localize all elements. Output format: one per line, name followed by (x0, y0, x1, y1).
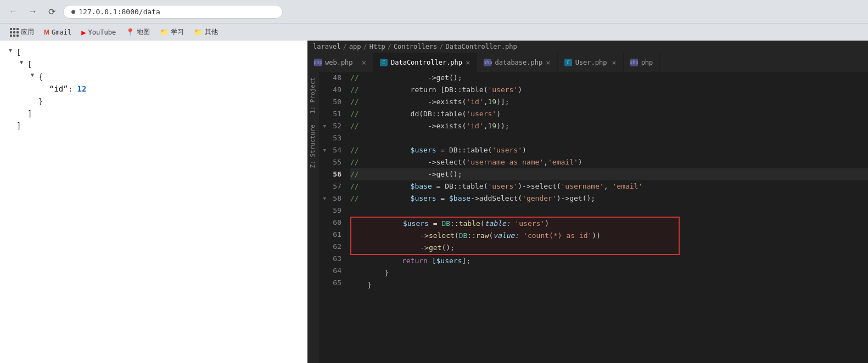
json-line: ] (9, 120, 299, 132)
code-line-55: // ->select('username as name','email') (350, 156, 868, 168)
line-number: 65 (323, 277, 341, 289)
breadcrumb: laravel / app / Http / Controllers / Dat… (307, 41, 868, 53)
tab-web-php[interactable]: php web.php × (307, 53, 373, 72)
bookmark-map[interactable]: 📍 地图 (121, 26, 154, 38)
line-number: ▼54 (323, 144, 341, 156)
line-number: 56 (323, 168, 341, 180)
code-line-65: } (350, 279, 868, 291)
code-line-64: } (350, 267, 868, 279)
code-line-53 (350, 132, 868, 144)
code-line-51: // dd(DB::table('users') (350, 108, 868, 120)
line-number: 50 (323, 96, 341, 108)
code-line-61: -> select ( DB :: raw ( value: 'count(*)… (351, 230, 679, 242)
bookmark-apps[interactable]: 应用 (5, 26, 38, 38)
main-layout: [ [ { “id” : 12 } ] ] (0, 41, 868, 363)
line-number: 64 (323, 265, 341, 277)
tab-partial[interactable]: php php (624, 53, 660, 72)
code-line-57: // $base = DB::table('users')->select('u… (350, 180, 868, 192)
line-number: 61 (323, 229, 341, 241)
bookmark-gmail-label: Gmail (52, 29, 71, 36)
json-line: ] (9, 107, 299, 120)
triangle-spacer (20, 107, 27, 116)
bookmark-gmail[interactable]: M Gmail (40, 27, 76, 37)
code-line-62: -> get (); (351, 242, 679, 254)
line-number: 63 (323, 253, 341, 265)
bookmarks-bar: 应用 M Gmail ▶ YouTube 📍 地图 📁 学习 📁 其他 (0, 23, 868, 41)
code-line-54: // $users = DB::table('users') (350, 144, 868, 156)
line-number: 55 (323, 156, 341, 168)
line-number: 57 (323, 180, 341, 192)
bookmark-youtube[interactable]: ▶ YouTube (77, 27, 120, 38)
tab-icon-php: php (314, 59, 322, 66)
json-line: { (9, 71, 299, 83)
code-area[interactable]: // ->get(); // return [DB::table('users'… (346, 72, 868, 363)
line-number: ▼52 (323, 120, 341, 132)
line-numbers: 48 49 50 51 ▼52 53 ▼54 55 56 57 ▼58 59 6… (318, 72, 346, 363)
tab-database-php[interactable]: php database.php × (477, 53, 557, 72)
code-line-49: // return [DB::table('users') (350, 84, 868, 96)
tab-label: php (641, 59, 653, 66)
tab-user-php[interactable]: C User.php × (558, 53, 624, 72)
breadcrumb-part: DataController.php (446, 43, 517, 50)
tab-label: User.php (575, 59, 607, 66)
bookmark-apps-label: 应用 (21, 27, 34, 37)
tab-icon-dc2: C (564, 59, 572, 66)
editor-panel: laravel / app / Http / Controllers / Dat… (307, 41, 868, 363)
breadcrumb-part: app (349, 43, 361, 50)
bookmark-other-label: 其他 (205, 27, 218, 37)
browser-chrome: ← → ⟳ ● 127.0.0.1:8000/data 应用 M Gma (0, 0, 868, 41)
bookmark-study-label: 学习 (171, 27, 184, 37)
vertical-tabs: 1: Project Z: Structure (307, 72, 318, 363)
bookmark-study[interactable]: 📁 学习 (155, 26, 188, 38)
line-number: 62 (323, 241, 341, 253)
triangle-spacer (9, 120, 16, 128)
tab-close-btn[interactable]: × (612, 58, 616, 67)
vtab-project[interactable]: 1: Project (307, 72, 318, 119)
code-line-56: // ->get(); (350, 168, 868, 180)
triangle-icon[interactable] (31, 71, 38, 80)
map-icon: 📍 (126, 28, 135, 36)
breadcrumb-part: laravel (313, 43, 341, 50)
triangle-icon[interactable] (9, 46, 16, 55)
line-number: 49 (323, 84, 341, 96)
tab-label: web.php (325, 59, 353, 66)
line-number: 51 (323, 108, 341, 120)
tab-close-btn[interactable]: × (466, 58, 470, 67)
tab-icon-php3: php (630, 59, 638, 66)
triangle-icon[interactable] (20, 58, 27, 67)
reload-button[interactable]: ⟳ (45, 4, 59, 19)
json-line: [ (9, 46, 299, 58)
address-bar[interactable]: ● 127.0.0.1:8000/data (63, 5, 283, 19)
editor-body: 1: Project Z: Structure 48 49 50 51 ▼52 … (307, 72, 868, 363)
lock-icon: ● (71, 8, 75, 15)
tab-close-btn[interactable]: × (362, 58, 366, 67)
tab-datacontroller-php[interactable]: C DataController.php × (373, 53, 477, 72)
bookmark-other[interactable]: 📁 其他 (189, 26, 222, 38)
code-line-60: $users = DB :: table ( table: 'users' ) (351, 218, 679, 230)
line-number: 53 (323, 132, 341, 144)
json-viewer: [ [ { “id” : 12 } ] ] (0, 41, 307, 363)
tab-icon-php2: php (484, 59, 491, 66)
code-line-59 (350, 205, 868, 217)
tab-label: DataController.php (391, 59, 462, 66)
tab-close-btn[interactable]: × (546, 58, 550, 67)
triangle-spacer (31, 95, 38, 104)
line-number: 59 (323, 205, 341, 217)
back-button[interactable]: ← (5, 4, 21, 19)
json-key-value: “id” : 12 (9, 83, 299, 95)
forward-button[interactable]: → (25, 4, 41, 19)
editor-tabs: php web.php × C DataController.php × php… (307, 53, 868, 72)
vtab-structure[interactable]: Z: Structure (307, 119, 318, 173)
line-number: 48 (323, 72, 341, 84)
triangle-spacer (42, 83, 49, 92)
folder-other-icon: 📁 (194, 28, 203, 36)
line-number: ▼58 (323, 192, 341, 205)
tab-icon-dc: C (380, 59, 388, 66)
browser-toolbar: ← → ⟳ ● 127.0.0.1:8000/data (0, 0, 868, 23)
apps-icon (10, 28, 19, 37)
youtube-icon: ▶ (81, 28, 86, 37)
code-line-58: // $users = $base ->addSelect('gender')-… (350, 192, 868, 205)
breadcrumb-part: Http (369, 43, 385, 50)
code-line-50: // ->exists('id',19)]; (350, 96, 868, 108)
json-line: } (9, 95, 299, 107)
